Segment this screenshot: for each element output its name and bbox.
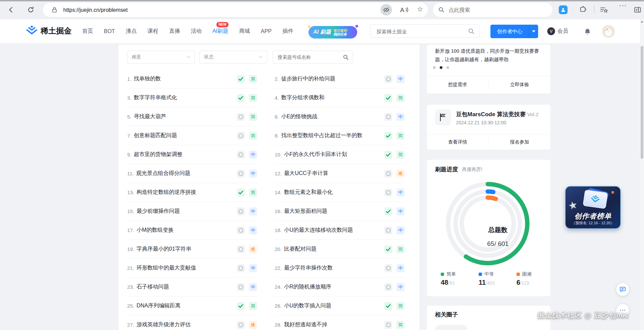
problem-row[interactable]: 2. 徒步旅行中的补给问题 中 <box>275 70 405 88</box>
problem-row[interactable]: 21. 环形数组中的最大贡献值 中 <box>127 259 257 278</box>
problem-row[interactable]: 16. 最大矩形面积问题 中 <box>275 202 405 221</box>
tracking-prevention-icon[interactable] <box>381 4 392 16</box>
promo-text: 新开放 100 道优质题目，同步开放一期竞技赛赛题，让你题越刷越有，越刷越带劲 <box>435 47 543 64</box>
problem-title: 字典序最小的01字符串 <box>137 246 191 253</box>
difficulty-badge: 中 <box>396 264 405 272</box>
creator-rank-badge[interactable]: ★ 创作者榜单 （预报名: 12.16 - 12.20） <box>566 186 620 228</box>
back-icon[interactable] <box>7 6 15 14</box>
circle-item[interactable] <box>435 325 467 330</box>
problem-row[interactable]: 19. 字典序最小的01字符串 难 <box>127 240 257 259</box>
browser-search-input[interactable] <box>448 3 544 18</box>
problem-row[interactable]: 18. 小U的最大连续移动次数问题 中 <box>275 221 405 240</box>
browser-profile-icon[interactable] <box>559 5 568 14</box>
scrollbar-up-arrow[interactable] <box>641 21 643 23</box>
contest-title[interactable]: 豆包MarsCode 算法竞技赛 Vol.2 <box>456 110 538 118</box>
problem-row[interactable]: 15. 最少前缀操作问题 中 <box>127 202 257 221</box>
difficulty-filter-select[interactable]: 难度 <box>127 51 195 64</box>
problem-search-box[interactable] <box>273 51 353 64</box>
progress-stat-困难: 困难 6/119 <box>516 271 542 286</box>
stat-total: /401 <box>486 280 495 286</box>
nav-item-首页[interactable]: 首页 <box>82 28 93 35</box>
try-now-button[interactable]: 立即体验 <box>489 82 550 88</box>
read-aloud-icon[interactable]: A <box>399 5 409 14</box>
problem-row[interactable]: 9. 超市里的货物架调整 中 <box>127 145 257 164</box>
site-search-box[interactable] <box>370 24 480 38</box>
juejin-logo-icon <box>26 25 38 36</box>
problem-row[interactable]: 3. 数字字符串格式化 简 <box>127 88 257 107</box>
register-button[interactable]: 报名参加 <box>489 139 550 145</box>
nav-item-插件[interactable]: 插件 <box>282 28 293 35</box>
scrollbar-thumb[interactable] <box>641 46 643 159</box>
ai-quiz-banner[interactable]: ★ AI 刷题 每日签到 我的任务 ◆ <box>308 26 357 39</box>
problem-row[interactable]: 5. 寻找最大葫芦 简 <box>127 107 257 126</box>
problem-row[interactable]: 27. 游戏英雄升级潜力评估 难 <box>127 315 257 330</box>
problem-row[interactable]: 12. 最大UCC子串计算 难 <box>275 164 405 183</box>
notification-bell-icon[interactable] <box>584 28 591 35</box>
favorites-hub-icon[interactable] <box>600 6 608 14</box>
url-input[interactable] <box>63 3 321 18</box>
nav-item-APP[interactable]: APP <box>261 28 272 34</box>
problem-row[interactable]: 10. 小F的永久代币卡回本计划 简 <box>275 145 405 164</box>
problem-number: 8. <box>275 133 279 138</box>
problem-row[interactable]: 17. 小M的数组变换 中 <box>127 221 257 240</box>
member-link[interactable]: V 会员 <box>547 27 568 35</box>
carousel-dot[interactable] <box>446 66 449 69</box>
juejin-logo[interactable]: 稀土掘金 <box>26 25 72 36</box>
nav-item-AI刷题[interactable]: AI刷题NEW <box>212 28 228 35</box>
status-filter-select[interactable]: 状态 <box>200 51 267 64</box>
carousel-dot[interactable] <box>433 66 436 69</box>
site-search-input[interactable] <box>376 25 462 38</box>
chevron-down-icon[interactable] <box>529 30 538 32</box>
logo-text: 稀土掘金 <box>41 26 72 36</box>
problem-row[interactable]: 11. 观光景点组合得分问题 中 <box>127 164 257 183</box>
status-icon <box>237 321 245 329</box>
browser-search-box[interactable] <box>433 3 552 17</box>
related-circles-title: 相关圈子 <box>435 311 458 319</box>
address-bar[interactable]: A ☆ <box>43 3 428 17</box>
problem-title: 小F的永久代币卡回本计划 <box>284 151 347 158</box>
problem-row[interactable]: 6. 小E的怪物挑战 中 <box>275 107 405 126</box>
view-details-button[interactable]: 查看详情 <box>427 139 488 145</box>
browser-menu-icon[interactable]: ··· <box>619 1 627 9</box>
extensions-icon[interactable] <box>579 6 586 14</box>
user-avatar[interactable] <box>602 25 615 38</box>
problem-row[interactable]: 14. 数组元素之和最小化 中 <box>275 183 405 202</box>
problem-row[interactable]: 23. 石子移动问题 中 <box>127 278 257 297</box>
problem-row[interactable]: 28. 我好想逃却逃不掉 简 <box>275 315 405 330</box>
problem-row[interactable]: 4. 数字分组求偶数和 简 <box>275 88 405 107</box>
favorite-star-icon[interactable]: ☆ <box>417 5 423 13</box>
status-icon <box>237 245 245 253</box>
nav-item-直播[interactable]: 直播 <box>169 28 180 35</box>
nav-item-课程[interactable]: 课程 <box>147 28 158 35</box>
problem-row[interactable]: 20. 比赛配对问题 简 <box>275 240 405 259</box>
nav-item-活动[interactable]: 活动 <box>191 28 202 35</box>
sidebar-panel-icon[interactable] <box>634 6 641 14</box>
feedback-button[interactable]: 想提需求 <box>427 82 488 88</box>
difficulty-badge: 中 <box>396 75 405 83</box>
problem-row[interactable]: 24. 小R的随机播放顺序 中 <box>275 278 405 297</box>
problem-row[interactable]: 13. 构造特定数组的逆序拼接 简 <box>127 183 257 202</box>
problem-title: 最少字符串操作次数 <box>284 264 333 272</box>
status-icon <box>237 94 245 102</box>
nav-item-沸点[interactable]: 沸点 <box>126 28 137 35</box>
lock-icon[interactable] <box>52 7 57 13</box>
search-icon[interactable] <box>343 54 349 60</box>
problem-row[interactable]: 22. 最少字符串操作次数 中 <box>275 259 405 278</box>
search-icon[interactable] <box>468 28 475 34</box>
problem-row[interactable]: 1. 找单独的数 简 <box>127 70 257 88</box>
status-icon <box>237 283 245 291</box>
problem-title: 石子移动问题 <box>137 283 169 290</box>
nav-item-BOT[interactable]: BOT <box>104 28 115 34</box>
difficulty-badge: 难 <box>396 170 405 178</box>
feedback-chat-button[interactable] <box>616 283 629 296</box>
creator-center-button[interactable]: 创作者中心 <box>490 25 538 38</box>
problem-row[interactable]: 8. 找出整型数组中占比超过一半的数 简 <box>275 126 405 145</box>
problem-search-input[interactable] <box>277 54 343 60</box>
progress-stats: 简单 48/81 中等 11/401 困难 6/119 <box>441 271 542 286</box>
carousel-dot[interactable] <box>440 66 442 69</box>
problem-row[interactable]: 26. 小U的数字插入问题 简 <box>275 297 405 315</box>
nav-item-商城[interactable]: 商城 <box>239 28 250 35</box>
problem-row[interactable]: 7. 创意标题匹配问题 简 <box>127 126 257 145</box>
refresh-icon[interactable] <box>27 6 34 14</box>
problem-row[interactable]: 25. DNA序列编辑距离 简 <box>127 297 257 315</box>
